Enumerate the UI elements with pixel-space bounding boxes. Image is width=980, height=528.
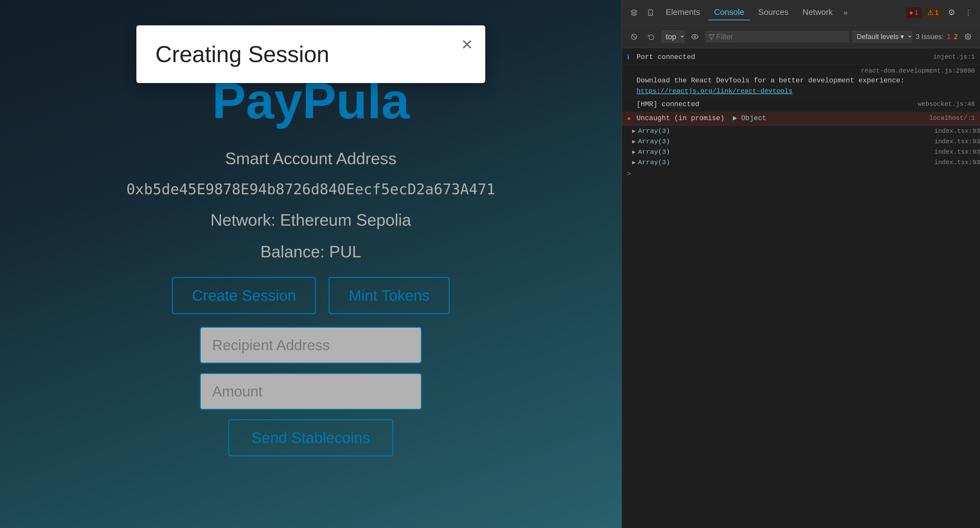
devtools-tab-elements[interactable]: Elements xyxy=(660,5,706,20)
devtools-more-options-icon[interactable]: ⋮ xyxy=(961,6,975,20)
console-array2: Array(3) xyxy=(638,138,670,145)
devtools-device-icon[interactable] xyxy=(643,6,657,20)
svg-point-4 xyxy=(694,36,696,38)
svg-line-3 xyxy=(632,35,636,39)
console-row-hmr: [HMR] connected websocket.js:46 xyxy=(622,98,980,112)
console-prompt-input[interactable] xyxy=(634,170,975,178)
app-panel: Creating Session × PayPula Smart Account… xyxy=(0,0,622,528)
svg-point-5 xyxy=(967,36,969,37)
console-location-websocket[interactable]: websocket.js:46 xyxy=(918,100,975,109)
devtools-context-select[interactable]: top xyxy=(661,30,685,43)
devtools-toolbar2: top ▽ Default levels ▾ 3 Issues: 1 2 xyxy=(622,25,980,48)
devtools-tab-sources[interactable]: Sources xyxy=(752,5,794,20)
devtools-panel: Elements Console Sources Network » ● 1 ⚠… xyxy=(622,0,980,528)
devtools-eye-icon[interactable] xyxy=(688,30,702,44)
console-text-devtools-msg: Download the React DevTools for a better… xyxy=(636,76,975,86)
console-array4: Array(3) xyxy=(638,159,670,166)
error-count-badge: ● 1 xyxy=(906,7,922,18)
console-row-array3: ▶ Array(3) index.tsx:93 xyxy=(622,147,980,157)
console-filter-input[interactable] xyxy=(716,32,845,41)
devtools-toolbar: Elements Console Sources Network » ● 1 ⚠… xyxy=(622,0,980,25)
devtools-tab-console[interactable]: Console xyxy=(708,5,750,20)
console-row-array1: ▶ Array(3) index.tsx:93 xyxy=(622,126,980,136)
console-row-array4: ▶ Array(3) index.tsx:93 xyxy=(622,157,980,168)
console-location-array1[interactable]: index.tsx:93 xyxy=(934,127,980,135)
caret-icon4: ▶ xyxy=(632,159,636,166)
filter-row: ▽ xyxy=(705,31,849,43)
console-row-port-connected: ℹ Port connected inject.js:1 xyxy=(622,51,980,65)
modal-close-button[interactable]: × xyxy=(461,35,473,54)
modal-overlay: Creating Session × xyxy=(0,0,622,528)
console-location-array2[interactable]: index.tsx:93 xyxy=(934,138,980,145)
caret-icon1: ▶ xyxy=(632,127,636,135)
console-text-hmr: [HMR] connected xyxy=(636,100,915,109)
devtools-settings-icon[interactable]: ⚙ xyxy=(945,6,958,20)
issues-label: 3 Issues: 1 2 xyxy=(916,33,958,41)
devtools-more-tabs[interactable]: » xyxy=(841,7,850,18)
console-prompt-row: > xyxy=(622,168,980,181)
creating-session-modal: Creating Session × xyxy=(136,25,485,83)
console-location-array3[interactable]: index.tsx:93 xyxy=(934,148,980,155)
devtools-levels-select[interactable]: Default levels ▾ xyxy=(852,30,912,43)
caret-icon3: ▶ xyxy=(632,148,636,155)
console-text-port: Port connected xyxy=(636,52,931,62)
devtools-clear-console-icon[interactable] xyxy=(627,30,641,44)
filter-icon: ▽ xyxy=(709,33,714,41)
console-row-array2: ▶ Array(3) index.tsx:93 xyxy=(622,136,980,147)
console-text-uncaught: Uncaught (in promise) ▶ Object xyxy=(636,114,927,124)
devtools-inspect-icon[interactable] xyxy=(627,6,641,20)
warn-count-badge: ⚠ 1 xyxy=(924,7,942,18)
console-row-uncaught: ● Uncaught (in promise) ▶ Object localho… xyxy=(622,112,980,126)
devtools-refresh-icon[interactable] xyxy=(644,30,658,44)
console-row-react-devtools: react-dom.development.js:29890 Download … xyxy=(622,65,980,98)
caret-icon2: ▶ xyxy=(632,138,636,145)
console-location-inject[interactable]: inject.js:1 xyxy=(933,52,975,62)
console-array3: Array(3) xyxy=(638,148,670,155)
console-prompt-caret: > xyxy=(627,170,631,178)
console-react-devtools-inner: react-dom.development.js:29890 Download … xyxy=(636,67,975,96)
devtools-settings2-icon[interactable] xyxy=(961,30,975,44)
console-location-react-dom[interactable]: react-dom.development.js:29890 xyxy=(861,67,975,75)
error-icon: ● xyxy=(627,114,634,123)
console-link-react-devtools[interactable]: https://reactjs.org/link/react-devtools xyxy=(636,87,975,96)
console-array1: Array(3) xyxy=(638,127,670,135)
console-location-array4[interactable]: index.tsx:93 xyxy=(934,159,980,166)
console-location-localhost[interactable]: localhost/:1 xyxy=(929,114,975,123)
console-content: ℹ Port connected inject.js:1 react-dom.d… xyxy=(622,48,980,528)
info-icon: ℹ xyxy=(627,53,634,62)
svg-point-1 xyxy=(650,14,651,14)
devtools-tab-network[interactable]: Network xyxy=(797,5,838,20)
modal-title: Creating Session xyxy=(155,41,329,67)
